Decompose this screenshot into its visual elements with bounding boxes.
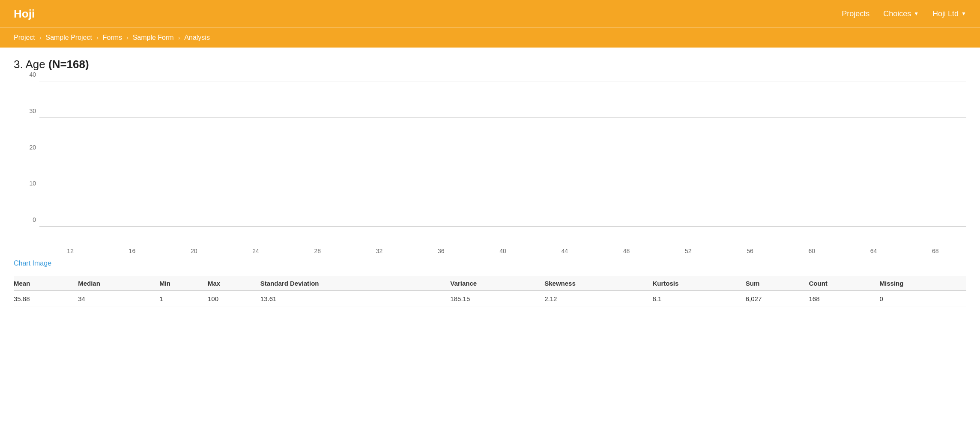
nav-projects[interactable]: Projects [842, 9, 869, 18]
stats-value-cell: 168 [809, 291, 880, 307]
stats-header-row: MeanMedianMinMaxStandard DeviationVarian… [14, 276, 966, 291]
y-axis-label: 40 [17, 71, 36, 78]
x-axis-label: 64 [843, 248, 904, 254]
stats-value-cell: 34 [78, 291, 159, 307]
stats-header-cell: Mean [14, 276, 78, 291]
header-nav: Projects Choices ▼ Hoji Ltd ▼ [842, 9, 966, 18]
nav-choices[interactable]: Choices ▼ [883, 9, 919, 18]
stats-value-cell: 2.12 [544, 291, 652, 307]
stats-header-cell: Max [208, 276, 260, 291]
stats-value-cell: 13.61 [260, 291, 451, 307]
bars-area [39, 81, 966, 227]
x-axis-label: 24 [225, 248, 287, 254]
logo[interactable]: Hoji [14, 7, 35, 21]
stats-header-cell: Count [809, 276, 880, 291]
stats-value-cell: 185.15 [450, 291, 544, 307]
breadcrumb-project[interactable]: Project [14, 34, 35, 42]
stats-table: MeanMedianMinMaxStandard DeviationVarian… [14, 276, 966, 307]
x-axis-label: 40 [472, 248, 534, 254]
x-axis-label: 52 [657, 248, 719, 254]
x-axis-label: 12 [39, 248, 101, 254]
page-title: 3. Age (N=168) [14, 58, 966, 71]
stats-value-cell: 8.1 [652, 291, 745, 307]
stats-value-cell: 1 [159, 291, 208, 307]
x-axis-label: 32 [348, 248, 410, 254]
breadcrumb-sample-project[interactable]: Sample Project [45, 34, 92, 42]
breadcrumb-sep-2: › [96, 34, 99, 41]
breadcrumb-sep-3: › [126, 34, 128, 41]
x-axis-label: 44 [534, 248, 595, 254]
breadcrumb: Project › Sample Project › Forms › Sampl… [0, 27, 980, 48]
stats-value-cell: 35.88 [14, 291, 78, 307]
stats-header-cell: Median [78, 276, 159, 291]
stats-values-row: 35.8834110013.61185.152.128.16,0271680 [14, 291, 966, 307]
x-axis-label: 28 [287, 248, 348, 254]
stats-header-cell: Skewness [544, 276, 652, 291]
main-content: 3. Age (N=168) 010203040 121620242832364… [0, 48, 980, 317]
breadcrumb-sep-4: › [178, 34, 180, 41]
breadcrumb-sample-form[interactable]: Sample Form [133, 34, 174, 42]
x-labels: 121620242832364044485256606468 [14, 248, 966, 254]
stats-header-cell: Variance [450, 276, 544, 291]
stats-header-cell: Kurtosis [652, 276, 745, 291]
stats-header-cell: Sum [746, 276, 809, 291]
x-axis-label: 56 [719, 248, 781, 254]
x-axis-label: 48 [595, 248, 657, 254]
x-axis-label: 20 [163, 248, 225, 254]
y-axis-label: 20 [17, 144, 36, 151]
stats-header-cell: Missing [880, 276, 966, 291]
x-axis-label: 16 [101, 248, 163, 254]
breadcrumb-sep-1: › [39, 34, 42, 41]
nav-hoji-ltd[interactable]: Hoji Ltd ▼ [932, 9, 966, 18]
stats-value-cell: 6,027 [746, 291, 809, 307]
chart-image-link[interactable]: Chart Image [14, 260, 51, 267]
stats-value-cell: 0 [880, 291, 966, 307]
y-axis-label: 30 [17, 108, 36, 114]
x-axis-label: 36 [410, 248, 472, 254]
histogram-chart: 010203040 [14, 81, 966, 244]
choices-chevron-icon: ▼ [914, 11, 919, 17]
stats-header-cell: Standard Deviation [260, 276, 451, 291]
y-axis-label: 10 [17, 180, 36, 187]
header: Hoji Projects Choices ▼ Hoji Ltd ▼ [0, 0, 980, 27]
breadcrumb-forms[interactable]: Forms [103, 34, 122, 42]
hoji-ltd-chevron-icon: ▼ [961, 11, 966, 17]
breadcrumb-analysis: Analysis [184, 34, 210, 42]
x-axis-label: 68 [905, 248, 966, 254]
x-axis-label: 60 [781, 248, 843, 254]
chart-inner: 010203040 [39, 81, 966, 227]
stats-value-cell: 100 [208, 291, 260, 307]
y-axis-label: 0 [17, 216, 36, 223]
stats-header-cell: Min [159, 276, 208, 291]
